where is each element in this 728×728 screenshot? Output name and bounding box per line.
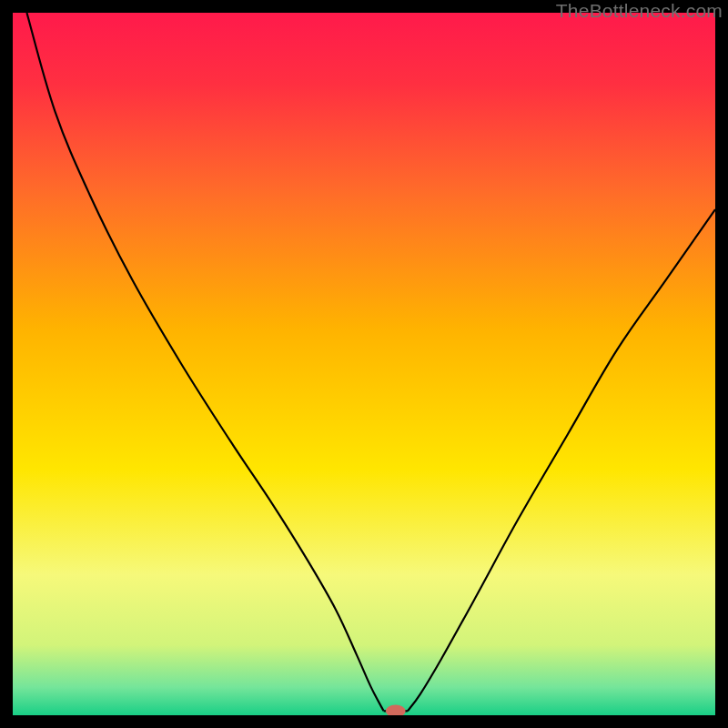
gradient-background (13, 13, 715, 715)
bottleneck-chart (13, 13, 715, 715)
chart-frame (13, 13, 715, 715)
watermark-text: TheBottleneck.com (556, 0, 723, 22)
